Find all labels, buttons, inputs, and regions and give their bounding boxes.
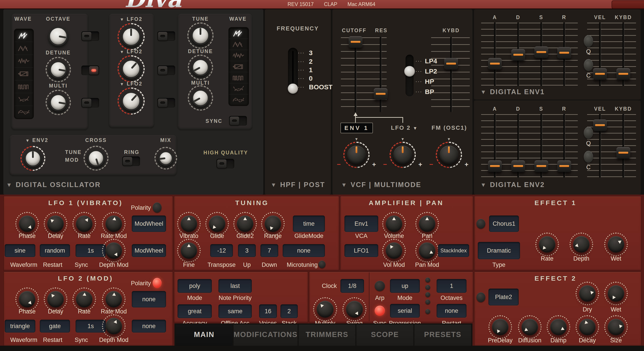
cutoff-slider-handle[interactable]: [349, 36, 362, 48]
voice-mode-select[interactable]: poly: [178, 279, 212, 293]
env2-sustain-slider[interactable]: [534, 114, 548, 178]
env1-vel-slider[interactable]: [593, 22, 607, 86]
transpose-field[interactable]: -12: [210, 244, 233, 257]
lfo2-slot1-knob[interactable]: [121, 27, 141, 46]
cross-knob[interactable]: [87, 150, 105, 167]
osc-route-toggle-5[interactable]: [157, 66, 175, 75]
amp-mod-source-select[interactable]: LFO1: [344, 244, 378, 257]
detune-right-knob[interactable]: [192, 58, 209, 76]
arp-enable-button[interactable]: [375, 281, 385, 291]
pan-mod-source-select[interactable]: StackIndex: [438, 244, 469, 257]
note-priority-select[interactable]: last: [218, 279, 252, 293]
lfo1-restart-select[interactable]: random: [40, 244, 70, 257]
wave-triangle-icon[interactable]: [15, 42, 33, 55]
wave-ramp-icon[interactable]: [15, 68, 33, 80]
lfo1-rate-mod-knob[interactable]: [106, 216, 122, 232]
effect2-size-knob[interactable]: [608, 319, 624, 335]
glide2-knob[interactable]: [237, 216, 253, 232]
lfo2-polarity-led[interactable]: [153, 278, 162, 288]
vibrato-knob[interactable]: [181, 216, 197, 232]
lfo2-slot3-label[interactable]: ▼ LFO2: [120, 81, 142, 87]
wave-swoop-icon[interactable]: [229, 83, 248, 94]
effect1-subtype-select[interactable]: Dramatic: [478, 242, 520, 259]
lfo2-restart-select[interactable]: gate: [40, 320, 70, 332]
glidemode-select[interactable]: time: [293, 216, 325, 232]
effect2-damp-knob[interactable]: [550, 319, 567, 335]
arp-octaves-select[interactable]: 1: [437, 279, 467, 293]
filter-mode-selector[interactable]: [406, 55, 414, 96]
sync-toggle[interactable]: [229, 116, 247, 126]
volume-knob[interactable]: [386, 216, 402, 232]
microtuning-led[interactable]: [318, 260, 326, 268]
lfo1-rate-mod-source[interactable]: ModWheel: [132, 216, 166, 232]
effect2-type-select[interactable]: Plate2: [488, 288, 519, 306]
tune-knob[interactable]: [191, 26, 210, 45]
kybd-filter-slider[interactable]: [444, 37, 458, 112]
effect2-diffusion-knob[interactable]: [522, 319, 538, 335]
wave-selector-right[interactable]: [228, 27, 249, 106]
env1-sustain-handle[interactable]: [534, 46, 548, 58]
pan-knob[interactable]: [419, 216, 435, 232]
wave-pulse-icon[interactable]: [229, 72, 248, 83]
env2-mod-label[interactable]: ▼ ENV2: [25, 137, 48, 143]
osc-route-toggle-2[interactable]: [81, 66, 99, 75]
env2-release-handle[interactable]: [557, 160, 571, 172]
env2-kybd-slider[interactable]: [616, 114, 630, 178]
arp-restart-select[interactable]: none: [437, 304, 467, 318]
wave-noise-icon[interactable]: [15, 55, 33, 68]
lfo2-slot2-label[interactable]: ▼ LFO2: [120, 49, 142, 55]
lfo2-slot3-knob[interactable]: [121, 91, 141, 111]
collapse-icon[interactable]: ▼: [480, 89, 487, 96]
ring-toggle[interactable]: [122, 156, 140, 166]
down-field[interactable]: 7: [260, 244, 278, 257]
swing-knob[interactable]: [346, 301, 363, 318]
effect1-depth-knob[interactable]: [573, 236, 590, 252]
collapse-icon[interactable]: ▼: [480, 182, 487, 188]
up-field[interactable]: 3: [238, 244, 256, 257]
lfo2-delay-knob[interactable]: [47, 291, 64, 308]
lfo2-sync-select[interactable]: 1s: [76, 320, 106, 332]
osc-route-toggle-3[interactable]: [81, 98, 99, 108]
effect2-dry-knob[interactable]: [579, 285, 596, 302]
wave-saw-icon[interactable]: [15, 29, 33, 42]
env2-kybd-handle[interactable]: [616, 147, 630, 158]
effect2-enable-led[interactable]: [476, 292, 485, 302]
effect1-enable-led[interactable]: [476, 219, 485, 228]
wave-smooth-icon[interactable]: [229, 94, 248, 105]
vol-mod-knob[interactable]: [386, 242, 402, 259]
lfo2-slot2-knob[interactable]: [121, 59, 141, 79]
env2-vel-slider[interactable]: [593, 114, 607, 178]
res-slider-handle[interactable]: [374, 88, 388, 100]
multi-left-knob[interactable]: [49, 94, 67, 111]
lfo2-phase-knob[interactable]: [19, 291, 35, 308]
wave-swoop-icon[interactable]: [15, 93, 33, 106]
env1-decay-handle[interactable]: [511, 49, 525, 61]
filter-mode-handle[interactable]: [404, 66, 415, 77]
frequency-slider-handle[interactable]: [288, 84, 298, 94]
env1-attack-slider[interactable]: [488, 22, 502, 86]
glide-knob[interactable]: [209, 216, 225, 232]
octave-knob[interactable]: [48, 26, 68, 46]
effect2-wet-knob[interactable]: [608, 285, 624, 302]
lfo1-rate-knob[interactable]: [76, 216, 92, 232]
arp-mode-select[interactable]: up: [390, 279, 420, 293]
cutoff-mod1-knob[interactable]: ▼ −+: [347, 146, 366, 164]
lfo2-waveform-select[interactable]: triangle: [5, 320, 35, 332]
mode-bp[interactable]: BP: [425, 88, 434, 96]
wave-ramp-icon[interactable]: [229, 61, 248, 72]
tune-mod-knob[interactable]: [24, 150, 42, 167]
fine-knob[interactable]: [181, 242, 197, 259]
effect1-rate-knob[interactable]: [539, 236, 555, 252]
arp-sync-led[interactable]: [375, 306, 385, 316]
fm-source-label[interactable]: FM (OSC1): [432, 124, 467, 131]
env1-release-slider[interactable]: [557, 22, 571, 86]
kybd-filter-slider-handle[interactable]: [444, 58, 458, 70]
env2-footer[interactable]: ▼ DIGITAL ENV2: [480, 181, 545, 189]
lfo1-delay-knob[interactable]: [47, 216, 64, 232]
env2-release-slider[interactable]: [557, 114, 571, 178]
multi-right-knob[interactable]: [192, 89, 209, 107]
clock-value-select[interactable]: 1/8: [340, 279, 364, 293]
accuracy-select[interactable]: great: [178, 304, 212, 318]
filter-fm-knob[interactable]: ▼ −+: [440, 146, 458, 164]
lfo2-depth-mod-source[interactable]: none: [132, 320, 166, 332]
